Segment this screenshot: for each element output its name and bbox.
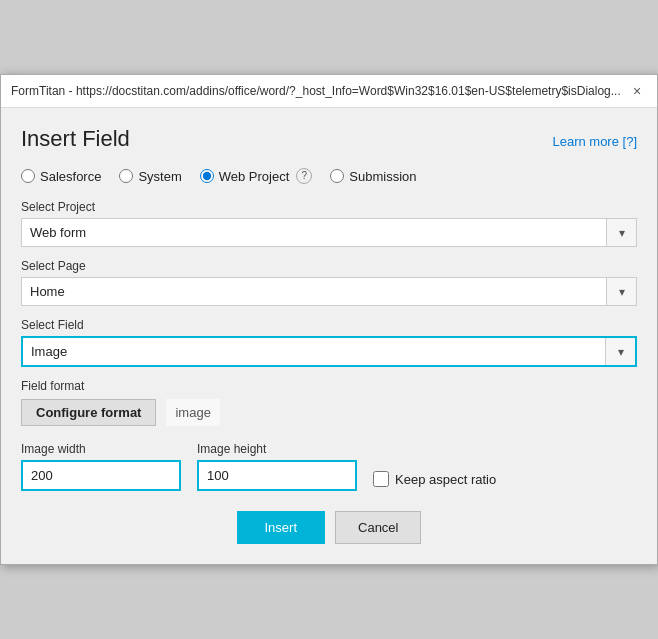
insert-field-dialog: FormTitan - https://docstitan.com/addins… xyxy=(0,74,658,565)
select-field-wrapper: Image xyxy=(21,336,637,367)
select-field-input[interactable]: Image xyxy=(23,338,635,365)
cancel-button[interactable]: Cancel xyxy=(335,511,421,544)
radio-salesforce-label: Salesforce xyxy=(40,169,101,184)
select-project-label: Select Project xyxy=(21,200,637,214)
radio-webproject[interactable]: Web Project ? xyxy=(200,168,313,184)
image-height-input[interactable] xyxy=(197,460,357,491)
title-bar-text: FormTitan - https://docstitan.com/addins… xyxy=(11,84,621,98)
keep-aspect-ratio-label: Keep aspect ratio xyxy=(395,472,496,487)
configure-format-button[interactable]: Configure format xyxy=(21,399,156,426)
dialog-title: Insert Field xyxy=(21,126,130,152)
dialog-content: Insert Field Learn more [?] Salesforce S… xyxy=(1,108,657,564)
radio-submission-input[interactable] xyxy=(330,169,344,183)
image-dims-row: Image width Image height Keep aspect rat… xyxy=(21,442,637,491)
image-width-group: Image width xyxy=(21,442,181,491)
select-project-wrapper: Web form xyxy=(21,218,637,247)
action-row: Insert Cancel xyxy=(21,511,637,544)
select-page-label: Select Page xyxy=(21,259,637,273)
radio-system-label: System xyxy=(138,169,181,184)
select-page-group: Select Page Home xyxy=(21,259,637,306)
image-height-label: Image height xyxy=(197,442,357,456)
radio-submission[interactable]: Submission xyxy=(330,169,416,184)
radio-webproject-input[interactable] xyxy=(200,169,214,183)
select-field-label: Select Field xyxy=(21,318,637,332)
radio-system-input[interactable] xyxy=(119,169,133,183)
format-value: image xyxy=(166,399,219,426)
radio-group: Salesforce System Web Project ? Submissi… xyxy=(21,168,637,184)
field-format-row: Configure format image xyxy=(21,399,637,426)
radio-submission-label: Submission xyxy=(349,169,416,184)
select-project-input[interactable]: Web form xyxy=(22,219,636,246)
radio-webproject-label: Web Project xyxy=(219,169,290,184)
aspect-ratio-group: Keep aspect ratio xyxy=(373,471,496,487)
radio-salesforce-input[interactable] xyxy=(21,169,35,183)
image-width-label: Image width xyxy=(21,442,181,456)
select-project-group: Select Project Web form xyxy=(21,200,637,247)
header-row: Insert Field Learn more [?] xyxy=(21,126,637,152)
select-page-wrapper: Home xyxy=(21,277,637,306)
webproject-help-badge[interactable]: ? xyxy=(296,168,312,184)
keep-aspect-ratio-checkbox[interactable] xyxy=(373,471,389,487)
select-field-group: Select Field Image xyxy=(21,318,637,367)
insert-button[interactable]: Insert xyxy=(237,511,326,544)
radio-salesforce[interactable]: Salesforce xyxy=(21,169,101,184)
field-format-section: Field format Configure format image xyxy=(21,379,637,426)
field-format-label: Field format xyxy=(21,379,637,393)
learn-more-link[interactable]: Learn more [?] xyxy=(552,134,637,149)
image-height-group: Image height xyxy=(197,442,357,491)
radio-system[interactable]: System xyxy=(119,169,181,184)
title-bar: FormTitan - https://docstitan.com/addins… xyxy=(1,75,657,108)
select-page-input[interactable]: Home xyxy=(22,278,636,305)
close-button[interactable]: × xyxy=(627,81,647,101)
image-width-input[interactable] xyxy=(21,460,181,491)
